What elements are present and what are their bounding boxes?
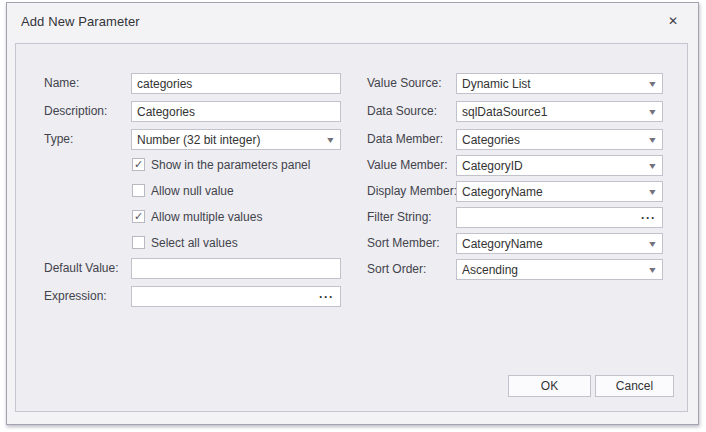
data-member-dropdown[interactable]: Categories ▾ bbox=[456, 129, 663, 150]
checkbox-allow-null-value[interactable]: Allow null value bbox=[132, 183, 342, 200]
add-new-parameter-dialog: Add New Parameter ✕ Name: Description: T… bbox=[6, 2, 699, 425]
data-source-dropdown[interactable]: sqlDataSource1 ▾ bbox=[456, 101, 663, 122]
default-value-input[interactable] bbox=[131, 258, 341, 279]
checkbox-icon[interactable] bbox=[132, 236, 145, 249]
expression-label: Expression: bbox=[44, 289, 107, 303]
sort-order-dropdown[interactable]: Ascending ▾ bbox=[456, 259, 663, 280]
sort-order-dropdown-value: Ascending bbox=[462, 263, 647, 277]
title-bar: Add New Parameter ✕ bbox=[7, 3, 698, 43]
close-icon[interactable]: ✕ bbox=[664, 12, 682, 30]
chevron-down-icon[interactable]: ▾ bbox=[646, 187, 660, 197]
filter-string-input[interactable]: ··· bbox=[456, 207, 663, 228]
cancel-button[interactable]: Cancel bbox=[595, 375, 674, 397]
sort-member-dropdown-value: CategoryName bbox=[462, 237, 647, 251]
display-member-dropdown[interactable]: CategoryName ▾ bbox=[456, 181, 663, 202]
chevron-down-icon[interactable]: ▾ bbox=[646, 135, 660, 145]
chevron-down-icon[interactable]: ▾ bbox=[324, 135, 338, 145]
data-member-label: Data Member: bbox=[367, 132, 443, 146]
checkbox-select-all-values[interactable]: Select all values bbox=[132, 235, 342, 252]
checkbox-label: Allow null value bbox=[151, 184, 234, 198]
chevron-down-icon[interactable]: ▾ bbox=[646, 107, 660, 117]
ellipsis-icon[interactable]: ··· bbox=[317, 292, 336, 302]
chevron-down-icon[interactable]: ▾ bbox=[646, 161, 660, 171]
data-source-dropdown-value: sqlDataSource1 bbox=[462, 105, 647, 119]
value-source-dropdown-value: Dynamic List bbox=[462, 77, 647, 91]
checkbox-label: Select all values bbox=[151, 236, 238, 250]
chevron-down-icon[interactable]: ▾ bbox=[646, 265, 660, 275]
display-member-dropdown-value: CategoryName bbox=[462, 185, 647, 199]
checkbox-icon[interactable]: ✓ bbox=[132, 158, 145, 171]
data-source-label: Data Source: bbox=[367, 104, 437, 118]
value-member-label: Value Member: bbox=[367, 158, 447, 172]
checkbox-icon[interactable]: ✓ bbox=[132, 210, 145, 223]
value-source-dropdown[interactable]: Dynamic List ▾ bbox=[456, 73, 663, 94]
expression-input[interactable]: ··· bbox=[131, 286, 341, 307]
chevron-down-icon[interactable]: ▾ bbox=[646, 239, 660, 249]
filter-string-label: Filter String: bbox=[367, 210, 432, 224]
description-label: Description: bbox=[44, 104, 107, 118]
checkbox-label: Allow multiple values bbox=[151, 210, 262, 224]
name-input[interactable] bbox=[131, 73, 341, 94]
value-member-dropdown-value: CategoryID bbox=[462, 159, 647, 173]
value-source-label: Value Source: bbox=[367, 76, 442, 90]
data-member-dropdown-value: Categories bbox=[462, 133, 647, 147]
checkbox-show-in-parameters-panel[interactable]: ✓ Show in the parameters panel bbox=[132, 157, 342, 174]
default-value-label: Default Value: bbox=[44, 261, 119, 275]
sort-member-label: Sort Member: bbox=[367, 236, 440, 250]
sort-order-label: Sort Order: bbox=[367, 262, 426, 276]
name-label: Name: bbox=[44, 76, 79, 90]
type-dropdown[interactable]: Number (32 bit integer) ▾ bbox=[131, 129, 341, 150]
ellipsis-icon[interactable]: ··· bbox=[639, 213, 658, 223]
form-panel: Name: Description: Type: Number (32 bit … bbox=[15, 43, 688, 412]
ok-button[interactable]: OK bbox=[508, 375, 591, 397]
description-input[interactable] bbox=[131, 101, 341, 122]
checkbox-icon[interactable] bbox=[132, 184, 145, 197]
value-member-dropdown[interactable]: CategoryID ▾ bbox=[456, 155, 663, 176]
sort-member-dropdown[interactable]: CategoryName ▾ bbox=[456, 233, 663, 254]
chevron-down-icon[interactable]: ▾ bbox=[646, 79, 660, 89]
checkbox-label: Show in the parameters panel bbox=[151, 158, 310, 172]
dialog-title: Add New Parameter bbox=[21, 14, 140, 29]
type-label: Type: bbox=[44, 132, 73, 146]
checkbox-allow-multiple-values[interactable]: ✓ Allow multiple values bbox=[132, 209, 342, 226]
display-member-label: Display Member: bbox=[367, 184, 457, 198]
type-dropdown-value: Number (32 bit integer) bbox=[137, 133, 325, 147]
